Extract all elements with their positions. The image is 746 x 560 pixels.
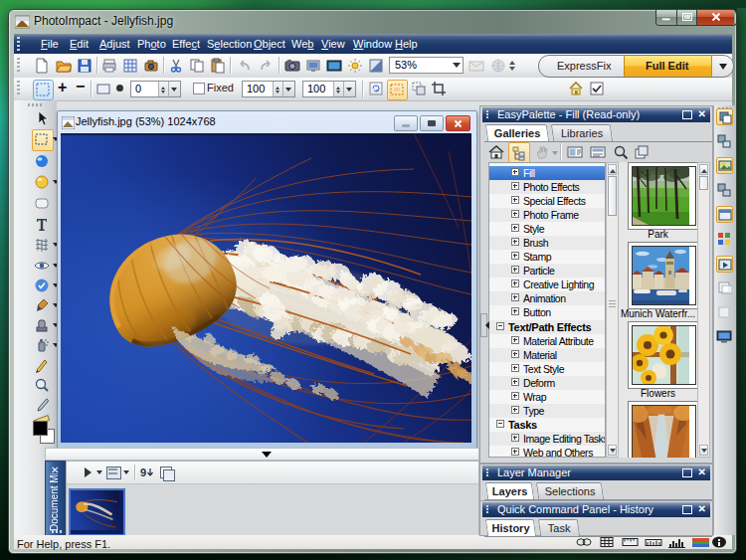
svg-text:9: 9 — [140, 467, 146, 478]
